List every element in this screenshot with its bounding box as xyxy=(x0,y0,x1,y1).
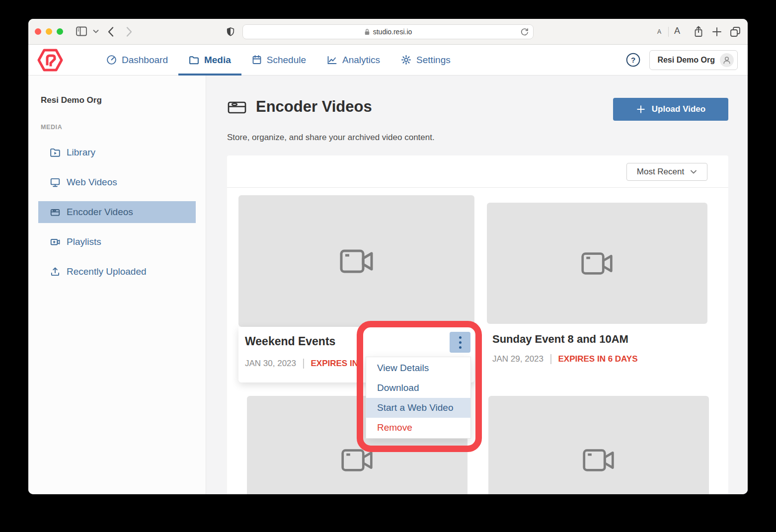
sidebar-item-label: Web Videos xyxy=(67,177,117,188)
video-meta-row: JAN 30, 2023 EXPIRES IN xyxy=(245,359,358,369)
person-icon xyxy=(722,56,731,65)
nav-label: Schedule xyxy=(267,55,306,66)
video-title: Weekend Events xyxy=(245,335,335,348)
videos-panel: Most Recent Weekend Events xyxy=(227,155,728,494)
video-thumbnail[interactable] xyxy=(238,195,474,327)
chevron-down-icon[interactable] xyxy=(93,29,99,34)
forward-icon[interactable] xyxy=(126,26,133,37)
sidebar-item-recently-uploaded[interactable]: Recently Uploaded xyxy=(38,261,196,283)
avatar xyxy=(720,53,734,67)
lock-icon xyxy=(364,28,370,36)
org-menu-button[interactable]: Resi Demo Org xyxy=(649,50,738,70)
sidebar-org-name: Resi Demo Org xyxy=(41,95,206,105)
calendar-icon xyxy=(252,55,262,65)
page-title-row: Encoder Videos xyxy=(227,98,372,116)
kebab-dot xyxy=(459,346,462,349)
sidebar-item-label: Recently Uploaded xyxy=(67,266,147,277)
menu-item-view-details[interactable]: View Details xyxy=(366,358,470,378)
sidebar-toggle-icon[interactable] xyxy=(76,25,88,38)
meta-separator xyxy=(550,354,551,364)
nav-media[interactable]: Media xyxy=(178,45,241,76)
analytics-icon xyxy=(327,55,337,65)
video-title: Sunday Event 8 and 10AM xyxy=(492,333,628,346)
upload-video-label: Upload Video xyxy=(652,104,705,114)
primary-nav: Dashboard Media Schedule xyxy=(96,45,461,76)
meta-separator xyxy=(303,359,304,369)
close-window-button[interactable] xyxy=(35,28,41,35)
encoder-videos-icon xyxy=(227,98,247,116)
text-size-decrease-button[interactable]: A xyxy=(657,28,661,35)
kebab-dot xyxy=(459,341,462,344)
kebab-dot xyxy=(459,336,462,339)
nav-label: Media xyxy=(204,55,231,66)
sidebar-item-library[interactable]: Library xyxy=(38,142,196,163)
help-icon[interactable]: ? xyxy=(626,53,640,67)
library-icon xyxy=(50,147,61,158)
text-size-increase-button[interactable]: A xyxy=(674,26,680,36)
sidebar-section-label: MEDIA xyxy=(41,124,206,131)
url-text: studio.resi.io xyxy=(373,28,412,36)
video-date: JAN 29, 2023 xyxy=(492,354,543,364)
traffic-lights xyxy=(35,28,63,35)
video-expires-badge: EXPIRES IN xyxy=(311,359,358,369)
nav-label: Dashboard xyxy=(122,55,168,66)
main-content: Encoder Videos Store, organize, and shar… xyxy=(206,76,748,494)
upload-video-button[interactable]: Upload Video xyxy=(613,98,728,121)
menu-item-start-web-video[interactable]: Start a Web Video xyxy=(366,398,470,418)
sidebar-item-web-videos[interactable]: Web Videos xyxy=(38,171,196,193)
video-thumbnail[interactable] xyxy=(488,396,709,494)
org-name: Resi Demo Org xyxy=(657,56,715,65)
chevron-down-icon xyxy=(690,169,697,174)
video-camera-icon xyxy=(339,247,375,276)
sidebar-item-label: Encoder Videos xyxy=(67,207,133,218)
video-date: JAN 30, 2023 xyxy=(245,359,296,369)
reload-icon[interactable] xyxy=(520,27,529,36)
resi-logo[interactable] xyxy=(37,49,63,72)
monitor-icon xyxy=(50,177,61,188)
tab-overview-icon[interactable] xyxy=(729,26,741,38)
video-expires-badge: EXPIRES IN 6 DAYS xyxy=(558,354,638,364)
panel-divider xyxy=(227,187,728,188)
video-meta-row: JAN 29, 2023 EXPIRES IN 6 DAYS xyxy=(492,354,638,364)
menu-item-remove[interactable]: Remove xyxy=(366,418,470,438)
nav-dashboard[interactable]: Dashboard xyxy=(96,45,178,76)
upload-icon xyxy=(50,266,61,277)
video-options-button[interactable] xyxy=(450,332,470,353)
address-bar[interactable]: studio.resi.io xyxy=(242,24,534,39)
new-tab-icon[interactable] xyxy=(712,27,722,37)
app-header: Dashboard Media Schedule xyxy=(28,45,748,76)
svg-text:?: ? xyxy=(631,56,635,64)
playlist-icon xyxy=(50,236,61,247)
sort-selected: Most Recent xyxy=(637,167,684,177)
zoom-window-button[interactable] xyxy=(57,28,63,35)
video-context-menu: View Details Download Start a Web Video … xyxy=(366,357,471,439)
browser-window: studio.resi.io A A xyxy=(28,19,748,494)
video-camera-icon xyxy=(580,250,614,277)
sidebar-item-playlists[interactable]: Playlists xyxy=(38,231,196,253)
sidebar-item-encoder-videos[interactable]: Encoder Videos xyxy=(38,201,196,223)
nav-label: Analytics xyxy=(342,55,380,66)
back-icon[interactable] xyxy=(107,26,114,37)
nav-label: Settings xyxy=(416,55,451,66)
nav-schedule[interactable]: Schedule xyxy=(241,45,316,76)
folder-icon xyxy=(189,55,199,65)
sidebar-item-label: Playlists xyxy=(67,236,101,247)
sidebar-item-label: Library xyxy=(67,147,95,158)
nav-analytics[interactable]: Analytics xyxy=(316,45,390,76)
gear-icon xyxy=(401,55,411,65)
sort-dropdown[interactable]: Most Recent xyxy=(626,163,707,181)
minimize-window-button[interactable] xyxy=(46,28,52,35)
page-subtitle: Store, organize, and share your archived… xyxy=(227,133,435,143)
sidebar: Resi Demo Org MEDIA Library Web xyxy=(28,76,206,494)
privacy-shield-icon[interactable] xyxy=(226,26,235,38)
encoder-icon xyxy=(50,207,61,218)
browser-toolbar: studio.resi.io A A xyxy=(28,19,748,45)
toolbar-separator xyxy=(668,27,669,37)
sidebar-list: Library Web Videos Enc xyxy=(28,142,206,283)
nav-settings[interactable]: Settings xyxy=(390,45,461,76)
menu-item-download[interactable]: Download xyxy=(366,378,470,398)
dashboard-icon xyxy=(106,55,117,65)
video-camera-icon xyxy=(340,447,374,474)
share-icon[interactable] xyxy=(693,25,704,38)
video-thumbnail[interactable] xyxy=(487,203,707,324)
